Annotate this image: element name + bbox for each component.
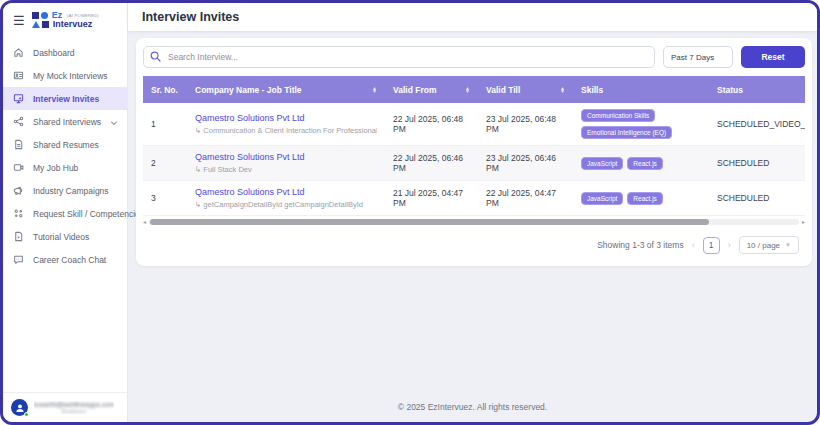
page-title: Interview Invites — [142, 10, 239, 24]
scrollbar-track[interactable] — [149, 219, 799, 225]
page-size-value: 10 / page — [747, 241, 780, 250]
horizontal-scrollbar[interactable]: ◂ ▸ — [143, 218, 805, 226]
sidebar-item-label: Career Coach Chat — [33, 255, 106, 265]
valid-from-cell: 21 Jul 2025, 04:47 PM — [385, 181, 478, 216]
user-profile[interactable]: kovarthi@webfineapps.com Employee — [3, 392, 127, 422]
company-link[interactable]: Qamestro Solutions Pvt Ltd — [195, 152, 377, 162]
logo-square-icon — [32, 12, 39, 19]
skills-cell: JavaScriptReact.js — [573, 181, 709, 216]
status-cell: SCHEDULED_VIDEO_APPLICATI — [709, 103, 805, 146]
footer-copyright: © 2025 EzIntervuez. All rights reserved. — [128, 402, 817, 412]
sr-no-cell: 3 — [143, 181, 187, 216]
sidebar-item-shared-resumes[interactable]: Shared Resumes — [3, 133, 127, 156]
chevron-down-icon[interactable] — [110, 113, 118, 131]
topbar: Interview Invites — [128, 3, 817, 31]
column-label: Valid Till — [486, 85, 520, 95]
company-cell: Qamestro Solutions Pvt Ltd↳ getCampaignD… — [187, 181, 385, 216]
sidebar-item-tutorial-videos[interactable]: Tutorial Videos — [3, 225, 127, 248]
valid-till-cell: 23 Jul 2025, 06:48 PM — [478, 103, 573, 146]
date-filter-select[interactable]: Past 7 Days — [663, 46, 733, 68]
sidebar-item-label: Interview Invites — [33, 94, 99, 104]
sidebar-item-my-mock-interviews[interactable]: My Mock Interviews — [3, 64, 127, 87]
megaphone-icon — [13, 182, 24, 200]
column-header-valid-till[interactable]: Valid Till▲▼ — [478, 76, 573, 103]
sidebar-item-label: Tutorial Videos — [33, 232, 89, 242]
sidebar-header: ☰ Ez (AI POWERED) Intervuez — [3, 3, 127, 35]
next-page-icon[interactable]: › — [728, 240, 731, 250]
reset-button[interactable]: Reset — [741, 46, 805, 68]
home-icon — [13, 44, 24, 62]
company-link[interactable]: Qamestro Solutions Pvt Ltd — [195, 187, 377, 197]
skill-badge: JavaScript — [581, 157, 623, 170]
logo-circle-icon — [41, 12, 48, 19]
online-status-dot — [24, 412, 29, 417]
sidebar-item-label: Shared Resumes — [33, 140, 99, 150]
logo-triangle-icon — [32, 21, 40, 28]
sidebar-item-shared-interviews[interactable]: Shared Interviews — [3, 110, 127, 133]
skills-icon — [13, 205, 24, 223]
sidebar-item-interview-invites[interactable]: Interview Invites — [3, 87, 127, 110]
column-header-valid-from[interactable]: Valid From▲▼ — [385, 76, 478, 103]
sort-icon[interactable]: ▲▼ — [372, 87, 377, 93]
sidebar-item-career-coach-chat[interactable]: Career Coach Chat — [3, 248, 127, 271]
skill-badge: JavaScript — [581, 192, 623, 205]
sort-icon[interactable]: ▲▼ — [465, 87, 470, 93]
sr-no-cell: 1 — [143, 103, 187, 146]
prev-page-icon[interactable]: ‹ — [692, 240, 695, 250]
chevron-down-icon: ▼ — [785, 242, 791, 248]
valid-from-cell: 22 Jul 2025, 06:48 PM — [385, 103, 478, 146]
logo-tagline: (AI POWERED) — [67, 14, 99, 18]
column-label: Sr. No. — [151, 85, 178, 95]
invites-card: Past 7 Days Reset Sr. No.Company Name - … — [136, 38, 812, 266]
company-cell: Qamestro Solutions Pvt Ltd↳ Full Stack D… — [187, 146, 385, 181]
skill-badge: Communication Skills — [581, 109, 655, 122]
page-size-select[interactable]: 10 / page ▼ — [739, 236, 799, 254]
search-input[interactable] — [143, 46, 655, 68]
column-label: Skills — [581, 85, 603, 95]
sidebar-item-label: Dashboard — [33, 48, 75, 58]
sort-icon[interactable]: ▲▼ — [560, 87, 565, 93]
skill-badge: Emotional Intelligence (EQ) — [581, 126, 672, 139]
job-title: ↳ getCampaignDetailById getCampaignDetai… — [195, 200, 377, 209]
column-header-company-name-job-title[interactable]: Company Name - Job Title▲▼ — [187, 76, 385, 103]
sidebar-item-industry-campaigns[interactable]: Industry Campaigns — [3, 179, 127, 202]
skill-badge: React.js — [627, 157, 662, 170]
hamburger-menu-icon[interactable]: ☰ — [13, 14, 25, 27]
column-label: Status — [717, 85, 743, 95]
company-link[interactable]: Qamestro Solutions Pvt Ltd — [195, 113, 377, 123]
table-scroller: Sr. No.Company Name - Job Title▲▼Valid F… — [143, 76, 805, 216]
user-role: Employee — [34, 408, 114, 414]
column-header-status: Status — [709, 76, 805, 103]
job-title: ↳ Communication & Client Interaction For… — [195, 126, 377, 135]
monitor-user-icon — [13, 90, 24, 108]
skills-cell: JavaScriptReact.js — [573, 146, 709, 181]
sidebar-item-my-job-hub[interactable]: My Job Hub — [3, 156, 127, 179]
app-window: ☰ Ez (AI POWERED) Intervuez DashboardMy … — [0, 0, 820, 425]
user-meta: kovarthi@webfineapps.com Employee — [34, 401, 114, 414]
scrollbar-thumb[interactable] — [150, 219, 709, 225]
column-header-sr-no: Sr. No. — [143, 76, 187, 103]
skills-cell: Communication SkillsEmotional Intelligen… — [573, 103, 709, 146]
resume-icon — [13, 136, 24, 154]
logo-square2-icon — [42, 21, 49, 28]
tutorial-icon — [13, 228, 24, 246]
search-icon — [150, 51, 161, 62]
user-email: kovarthi@webfineapps.com — [34, 401, 114, 408]
id-card-icon — [13, 67, 24, 85]
main-area: Interview Invites Past 7 Days Reset — [128, 3, 817, 422]
valid-till-cell: 23 Jul 2025, 06:46 PM — [478, 146, 573, 181]
sidebar-item-label: Shared Interviews — [33, 117, 101, 127]
sidebar-item-dashboard[interactable]: Dashboard — [3, 41, 127, 64]
sidebar-item-label: Industry Campaigns — [33, 186, 109, 196]
status-cell: SCHEDULED — [709, 181, 805, 216]
table-row: 3Qamestro Solutions Pvt Ltd↳ getCampaign… — [143, 181, 805, 216]
scroll-right-arrow-icon[interactable]: ▸ — [799, 219, 805, 225]
date-filter-value: Past 7 Days — [671, 53, 714, 62]
table-head: Sr. No.Company Name - Job Title▲▼Valid F… — [143, 76, 805, 103]
table-body: 1Qamestro Solutions Pvt Ltd↳ Communicati… — [143, 103, 805, 216]
sidebar-item-request-skill-competencies[interactable]: Request Skill / Competencies — [3, 202, 127, 225]
skill-badge: React.js — [627, 192, 662, 205]
table-row: 2Qamestro Solutions Pvt Ltd↳ Full Stack … — [143, 146, 805, 181]
job-title: ↳ Full Stack Dev — [195, 165, 377, 174]
page-number-button[interactable]: 1 — [703, 237, 720, 254]
